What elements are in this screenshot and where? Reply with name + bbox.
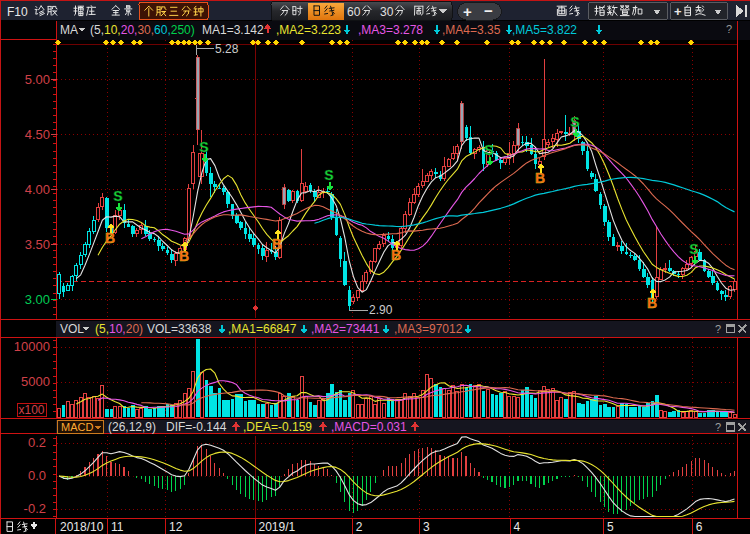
- svg-text:+: +: [674, 4, 682, 19]
- svg-text:?: ?: [715, 323, 721, 335]
- svg-text:(26,12,9): (26,12,9): [108, 420, 156, 434]
- svg-text:,MACD=0.031: ,MACD=0.031: [331, 420, 407, 434]
- svg-text:2.90: 2.90: [369, 303, 393, 317]
- svg-text:S: S: [689, 241, 698, 257]
- svg-text:3: 3: [423, 520, 430, 534]
- svg-text:,MA5=3.822: ,MA5=3.822: [512, 23, 577, 37]
- svg-text:VOL=33638: VOL=33638: [147, 322, 212, 336]
- svg-text:(5,10,20): (5,10,20): [95, 322, 143, 336]
- svg-text:12: 12: [169, 520, 183, 534]
- svg-text:,MA1=66847: ,MA1=66847: [228, 322, 297, 336]
- svg-text:S: S: [324, 167, 333, 183]
- svg-text:,MA3=3.278: ,MA3=3.278: [358, 23, 423, 37]
- svg-text:?: ?: [715, 421, 721, 433]
- svg-text:4.00: 4.00: [25, 182, 50, 197]
- svg-text:5.28: 5.28: [215, 42, 239, 56]
- svg-text:,MA2=3.223: ,MA2=3.223: [276, 23, 341, 37]
- svg-text:3.50: 3.50: [25, 237, 50, 252]
- svg-text:5.00: 5.00: [25, 72, 50, 87]
- svg-text:10000: 10000: [14, 339, 50, 354]
- svg-text:4.50: 4.50: [25, 127, 50, 142]
- svg-text:0.0: 0.0: [28, 468, 46, 483]
- svg-text:0.2: 0.2: [28, 435, 46, 450]
- svg-text:11: 11: [111, 520, 124, 534]
- svg-text:(5,10,20,30,60,250): (5,10,20,30,60,250): [90, 23, 195, 37]
- svg-text:2: 2: [356, 520, 363, 534]
- svg-text:?: ?: [726, 23, 732, 35]
- svg-text:5000: 5000: [21, 374, 50, 389]
- svg-text:,MA3=97012: ,MA3=97012: [394, 322, 463, 336]
- svg-text:−: −: [484, 2, 493, 19]
- svg-text:S: S: [484, 142, 493, 158]
- svg-text:VOL: VOL: [60, 322, 84, 336]
- svg-text:S: S: [570, 114, 579, 130]
- svg-text:-0.2: -0.2: [24, 501, 46, 516]
- svg-text:DIF=-0.144: DIF=-0.144: [166, 420, 227, 434]
- svg-text:MA1=3.142: MA1=3.142: [202, 23, 264, 37]
- svg-text:2018/10: 2018/10: [60, 520, 104, 534]
- svg-text:4: 4: [514, 520, 521, 534]
- svg-text:60: 60: [347, 5, 361, 19]
- svg-text:x100: x100: [18, 403, 44, 417]
- svg-text:,MA2=73441: ,MA2=73441: [311, 322, 380, 336]
- svg-text:30: 30: [380, 5, 394, 19]
- svg-text:S: S: [199, 139, 208, 155]
- svg-text:5: 5: [607, 520, 614, 534]
- svg-text:S: S: [113, 188, 122, 204]
- svg-text:MACD: MACD: [61, 421, 93, 433]
- svg-text:6: 6: [696, 520, 703, 534]
- svg-text:+: +: [463, 3, 472, 20]
- svg-text:MA: MA: [60, 23, 78, 37]
- svg-text:,DEA=-0.159: ,DEA=-0.159: [243, 420, 312, 434]
- svg-text:3.00: 3.00: [25, 292, 50, 307]
- svg-text:2019/1: 2019/1: [259, 520, 296, 534]
- svg-text:,MA4=3.35: ,MA4=3.35: [442, 23, 501, 37]
- svg-text:F10: F10: [7, 5, 28, 19]
